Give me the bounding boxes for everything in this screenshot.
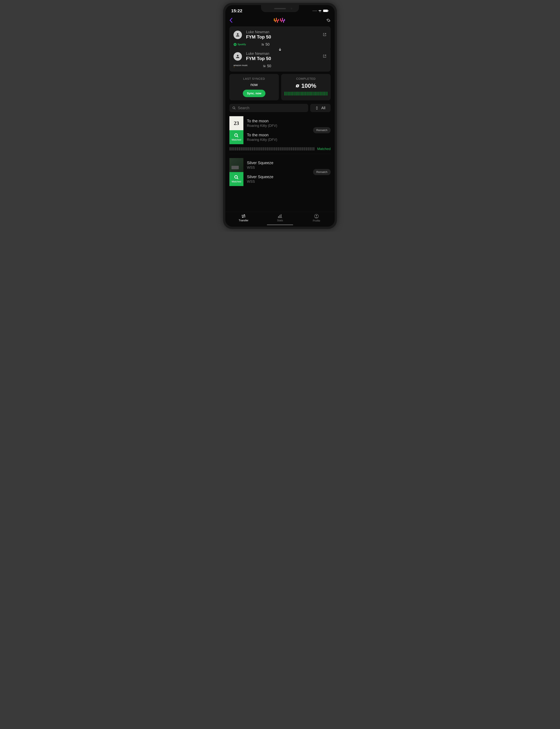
svg-rect-9 [279, 215, 280, 218]
svg-point-7 [235, 176, 237, 178]
track-pair: 23 To the moon Roaring Kitty (DFV) Match… [229, 116, 331, 154]
service-badge-amazon: amazon music⌣ [233, 64, 248, 68]
notch [261, 5, 299, 12]
nav-stats[interactable]: Stats [262, 214, 298, 222]
svg-rect-8 [278, 216, 279, 218]
match-badge: Matched [229, 172, 243, 186]
back-button[interactable] [229, 18, 233, 23]
battery-icon [323, 9, 329, 12]
avatar-icon [233, 52, 242, 61]
home-indicator[interactable] [267, 224, 293, 225]
search-icon [234, 175, 239, 180]
track-pair: Silver Squeeze WSS Matched Silver Squeez… [229, 158, 331, 186]
search-box[interactable] [229, 104, 308, 112]
playlist-title: FYM Top 50 [246, 34, 271, 40]
track-count: 50 [261, 42, 270, 47]
status-icons [313, 9, 329, 12]
nav-profile[interactable]: Profile [298, 214, 335, 222]
svg-point-4 [237, 55, 238, 56]
svg-point-6 [235, 134, 237, 137]
match-progress [229, 147, 315, 151]
playlist-owner: Luke Newman [246, 51, 271, 56]
search-input[interactable] [238, 106, 305, 110]
sort-icon [315, 106, 318, 110]
track-art: 23 [229, 116, 243, 130]
svg-point-5 [233, 107, 235, 109]
playlist-owner: Luke Newman [246, 30, 271, 34]
avatar-icon [233, 31, 242, 39]
stat-value: now [233, 83, 276, 87]
service-badge-spotify: Spotify [233, 43, 246, 46]
transfer-icon [241, 214, 246, 218]
header [225, 15, 335, 26]
track-artist: WSS [247, 166, 273, 170]
source-playlist-card: Luke Newman FYM Top 50 Spotify 50 [229, 26, 331, 50]
track-title: Silver Squeeze [247, 175, 273, 179]
rematch-button[interactable]: Rematch [313, 127, 331, 133]
svg-point-13 [316, 215, 317, 216]
track-art [229, 158, 243, 172]
settings-button[interactable] [326, 18, 331, 23]
track-count: 50 [263, 64, 271, 68]
svg-rect-0 [323, 10, 328, 12]
app-logo [274, 17, 285, 24]
playlist-title: FYM Top 50 [246, 56, 271, 61]
signal-dots-icon [313, 11, 317, 11]
stat-value: 100% [284, 83, 327, 89]
stat-label: COMPLETED [284, 77, 327, 81]
wifi-icon [318, 9, 322, 12]
refresh-icon [295, 84, 300, 88]
svg-rect-11 [278, 218, 282, 218]
svg-rect-10 [281, 214, 281, 218]
last-synced-card: LAST SYNCED now Sync. now [229, 74, 279, 100]
completed-card: COMPLETED 100% [281, 74, 331, 100]
track-title: To the moon [247, 133, 277, 137]
match-status: Matched [317, 147, 331, 151]
track-artist: WSS [247, 180, 273, 184]
stats-icon [278, 214, 282, 218]
track-artist: Roaring Kitty (DFV) [247, 138, 277, 142]
track-title: To the moon [247, 119, 277, 123]
track-artist: Roaring Kitty (DFV) [247, 124, 277, 128]
track-title: Silver Squeeze [247, 161, 273, 165]
status-time: 15:22 [231, 8, 242, 13]
phone-frame: 15:22 Luke Newman FYM To [223, 3, 337, 229]
nav-transfer[interactable]: Transfer [225, 214, 262, 222]
profile-icon [314, 214, 319, 219]
progress-bar [284, 92, 327, 96]
stat-label: LAST SYNCED [233, 77, 276, 81]
svg-rect-1 [328, 10, 329, 11]
transfer-arrow-icon [229, 48, 331, 52]
open-external-button[interactable] [323, 54, 327, 59]
screen: 15:22 Luke Newman FYM To [225, 5, 335, 227]
match-badge: Matched [229, 130, 243, 144]
open-external-button[interactable] [323, 33, 327, 37]
search-icon [232, 106, 236, 110]
svg-point-2 [237, 33, 238, 35]
search-icon [234, 133, 239, 138]
filter-button[interactable]: All [310, 104, 331, 112]
rematch-button[interactable]: Rematch [313, 169, 331, 175]
sync-now-button[interactable]: Sync. now [243, 90, 265, 97]
